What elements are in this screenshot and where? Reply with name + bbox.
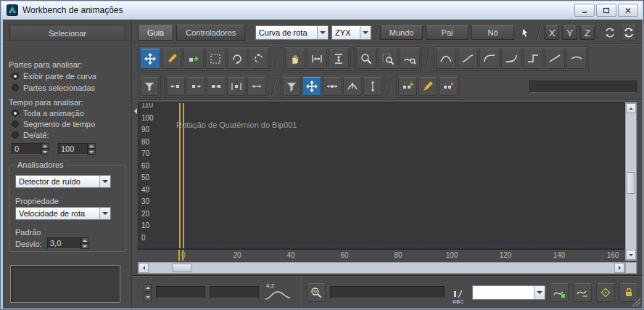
- region-select-icon[interactable]: [205, 49, 226, 69]
- track-name-field[interactable]: [330, 286, 445, 298]
- insert-keys-icon[interactable]: [398, 77, 417, 96]
- spinner-arrows[interactable]: [81, 237, 89, 249]
- rotate-keys-icon[interactable]: [227, 49, 247, 69]
- radio-exibir-parte-curva[interactable]: Exibir parte de curva: [12, 72, 96, 81]
- pai-button[interactable]: Pai: [426, 25, 468, 40]
- slide-keys-right-icon[interactable]: [186, 77, 205, 96]
- time-slider-line[interactable]: [179, 103, 181, 248]
- chevron-down-icon[interactable]: [99, 176, 110, 187]
- radio-partes-selecionadas[interactable]: Partes selecionadas: [12, 83, 95, 92]
- spinner-arrows[interactable]: [41, 143, 49, 155]
- analisador-dropdown[interactable]: Detector de ruído: [15, 175, 111, 188]
- tangent-spline-icon[interactable]: [458, 49, 478, 69]
- key-stats-icon[interactable]: 4.2: [263, 282, 294, 303]
- tab-guia[interactable]: Guia: [138, 25, 173, 41]
- select-cursor-icon[interactable]: [517, 25, 533, 41]
- key-value-field[interactable]: [210, 286, 259, 298]
- rotation-order-dropdown[interactable]: ZYX: [331, 25, 371, 40]
- tab-controladores[interactable]: Controladores: [176, 25, 245, 41]
- spinner-arrows[interactable]: [88, 143, 96, 155]
- mundo-button[interactable]: Mundo: [380, 25, 423, 40]
- radio-de-ate[interactable]: De/até:: [12, 131, 49, 139]
- ate-spinner[interactable]: 100: [58, 143, 96, 155]
- chevron-down-icon[interactable]: [360, 26, 371, 39]
- slide-keys-left-icon[interactable]: [166, 77, 185, 96]
- time-slider-line[interactable]: [183, 103, 184, 248]
- scroll-left-arrow[interactable]: [139, 263, 149, 273]
- delete-keys-icon[interactable]: [439, 77, 458, 96]
- pan-hand-icon[interactable]: [285, 49, 305, 69]
- gizmo-icon[interactable]: [596, 283, 615, 302]
- track-filter-field[interactable]: [529, 81, 637, 93]
- align-keys-icon[interactable]: [207, 77, 226, 96]
- draw-keys-icon[interactable]: [418, 77, 437, 96]
- scroll-up-arrow[interactable]: [626, 103, 636, 113]
- center-keys-icon[interactable]: [227, 77, 246, 96]
- scale-keys-icon[interactable]: [249, 49, 269, 69]
- horizontal-scroll-thumb[interactable]: [172, 264, 192, 272]
- scroll-down-arrow[interactable]: [626, 250, 636, 260]
- tab-selecionar[interactable]: Selecionar: [9, 25, 125, 41]
- fit-vertical-icon[interactable]: [329, 49, 349, 69]
- radio-toda-animacao[interactable]: Toda a animação: [12, 109, 84, 118]
- bezier-handle-icon[interactable]: [343, 77, 362, 96]
- time-ruler[interactable]: 0 20 40 60 80 100 120 140 160: [138, 249, 625, 261]
- key-time-field[interactable]: [156, 286, 205, 298]
- move-keys-icon[interactable]: [140, 49, 160, 69]
- draw-curves-icon[interactable]: [162, 49, 182, 69]
- show-curves-icon[interactable]: [550, 283, 569, 302]
- fit-horizontal-icon[interactable]: [307, 49, 327, 69]
- move-keys-horizontal-icon[interactable]: [323, 77, 342, 96]
- desvio-value[interactable]: 3,0: [47, 237, 81, 249]
- tangent-auto-icon[interactable]: [436, 49, 456, 69]
- add-keys-icon[interactable]: [183, 49, 204, 69]
- mini-spinner[interactable]: [144, 284, 152, 301]
- vertical-scrollbar[interactable]: [625, 102, 637, 261]
- mini-down-arrow[interactable]: [144, 293, 152, 301]
- selection-set-dropdown[interactable]: [472, 285, 545, 300]
- tangent-step-icon[interactable]: [523, 49, 543, 69]
- vertical-scroll-thumb[interactable]: [627, 172, 635, 194]
- zoom-curve-icon[interactable]: [400, 49, 420, 69]
- chevron-down-icon[interactable]: [534, 286, 545, 299]
- curve-view[interactable]: 110 100 90 80 70 60 50 40 30 20 10 0 Rot…: [138, 102, 625, 249]
- axis-y-button[interactable]: Y: [562, 25, 577, 40]
- axis-x-button[interactable]: X: [545, 25, 559, 40]
- zoom-icon[interactable]: [356, 49, 376, 69]
- scroll-right-arrow[interactable]: [614, 263, 624, 273]
- horizontal-scrollbar[interactable]: [138, 262, 625, 274]
- cycle-curves-icon[interactable]: [602, 25, 618, 41]
- tangent-linear-icon[interactable]: [545, 49, 565, 69]
- curve-type-dropdown[interactable]: Curva de rota: [255, 25, 329, 40]
- collapse-panel-arrow[interactable]: [132, 107, 138, 115]
- maximize-button[interactable]: [596, 4, 616, 17]
- chevron-down-icon[interactable]: [317, 26, 328, 39]
- mirror-keys-icon[interactable]: [247, 77, 266, 96]
- move-keys-free-icon[interactable]: [302, 77, 321, 96]
- filter-funnel-icon[interactable]: [140, 77, 159, 96]
- no-button[interactable]: Nó: [471, 25, 514, 40]
- text-filter-icon[interactable]: ABC: [449, 281, 468, 304]
- tangent-slow-icon[interactable]: [501, 49, 521, 69]
- de-value[interactable]: 0: [12, 143, 41, 155]
- move-keys-vertical-icon[interactable]: [363, 77, 382, 96]
- zoom-region-icon[interactable]: [378, 49, 398, 69]
- ate-value[interactable]: 100: [58, 143, 88, 155]
- tangent-smooth-icon[interactable]: [566, 49, 587, 69]
- close-button[interactable]: [618, 4, 638, 17]
- resize-grip[interactable]: [632, 298, 641, 307]
- desvio-spinner[interactable]: 3,0: [47, 237, 89, 249]
- pan-curves-icon[interactable]: [573, 283, 592, 302]
- axis-z-button[interactable]: Z: [580, 25, 595, 40]
- radio-segmento-tempo[interactable]: Segmento de tempo: [12, 120, 95, 129]
- chevron-down-icon[interactable]: [99, 208, 110, 219]
- minimize-button[interactable]: [574, 4, 595, 17]
- de-spinner[interactable]: 0: [12, 143, 49, 155]
- propriedade-dropdown[interactable]: Velocidade de rota: [15, 207, 111, 220]
- time-slider-line[interactable]: [182, 250, 183, 261]
- filter-keys-icon[interactable]: [282, 77, 301, 96]
- titlebar[interactable]: Workbench de animações: [1, 1, 643, 19]
- lock-view-toggle-icon[interactable]: [621, 25, 637, 41]
- tangent-fast-icon[interactable]: [479, 49, 500, 69]
- zoom-selected-icon[interactable]: [307, 283, 326, 302]
